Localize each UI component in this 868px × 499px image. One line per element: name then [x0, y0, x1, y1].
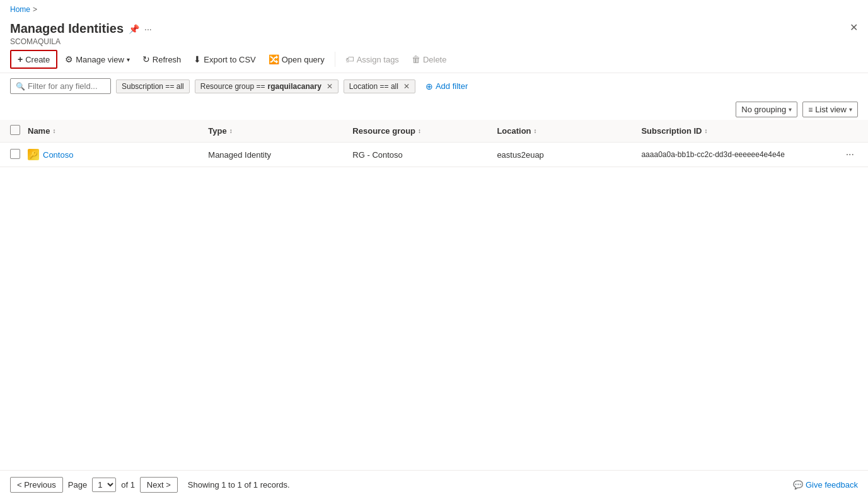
view-label: List view: [815, 105, 847, 114]
breadcrumb-home[interactable]: Home: [10, 5, 30, 14]
type-sort-icon: ↕: [229, 127, 233, 134]
header-sub-col: Subscription ID ↕: [641, 126, 858, 136]
open-query-label: Open query: [282, 55, 325, 64]
page-title: Managed Identities: [10, 21, 124, 36]
header-checkbox-col: [10, 125, 28, 137]
select-all-checkbox[interactable]: [10, 125, 20, 135]
row-rg-col: RG - Contoso: [352, 150, 497, 160]
filter-input[interactable]: [28, 81, 103, 91]
grouping-dropdown[interactable]: No grouping ▾: [736, 102, 797, 117]
header-name-col: Name ↕: [28, 126, 208, 136]
location-sort-icon: ↕: [534, 127, 537, 134]
row-sub-col: aaaa0a0a-bb1b-cc2c-dd3d-eeeeee4e4e4e ···: [641, 148, 858, 161]
name-sort-header[interactable]: Name ↕: [28, 126, 55, 136]
refresh-icon: ↻: [142, 54, 150, 64]
create-label: Create: [25, 55, 50, 64]
export-csv-label: Export to CSV: [204, 55, 255, 64]
table-row: 🔑 Contoso Managed Identity RG - Contoso …: [0, 143, 868, 167]
add-filter-label: Add filter: [436, 81, 468, 91]
breadcrumb-separator: >: [33, 5, 37, 14]
resource-group-filter-value: rgaquilacanary: [267, 82, 321, 91]
search-icon: 🔍: [16, 82, 25, 91]
header-rg-col: Resource group ↕: [352, 126, 497, 136]
assign-tags-label: Assign tags: [357, 55, 399, 64]
manage-view-label: Manage view: [76, 55, 124, 64]
assign-tags-button[interactable]: 🏷 Assign tags: [340, 51, 404, 68]
rg-sort-header[interactable]: Resource group ↕: [352, 126, 497, 136]
view-chevron-icon: ▾: [849, 106, 852, 113]
pin-icon[interactable]: 📌: [129, 24, 139, 34]
resource-group-filter-label: Resource group ==: [200, 82, 265, 91]
grouping-chevron-icon: ▾: [789, 106, 792, 113]
plus-icon: +: [18, 54, 23, 64]
open-query-button[interactable]: 🔀 Open query: [263, 51, 330, 68]
title-area: Managed Identities 📌 ··· SCOMAQUILA: [10, 21, 850, 46]
rg-sort-icon: ↕: [418, 127, 421, 134]
delete-icon: 🗑: [412, 54, 420, 64]
row-location-col: eastus2euap: [497, 150, 641, 160]
managed-identity-icon: 🔑: [28, 149, 39, 160]
filter-input-container[interactable]: 🔍: [10, 78, 111, 94]
filter-bar: 🔍 Subscription == all Resource group == …: [0, 73, 868, 99]
location-sort-header[interactable]: Location ↕: [497, 126, 641, 136]
table-header: Name ↕ Type ↕ Resource group ↕ Location …: [0, 120, 868, 143]
refresh-label: Refresh: [153, 55, 182, 64]
query-icon: 🔀: [269, 54, 279, 64]
resource-name-link[interactable]: Contoso: [43, 150, 73, 160]
view-dropdown[interactable]: ≡ List view ▾: [802, 102, 858, 117]
name-col-label: Name: [28, 126, 50, 136]
delete-button[interactable]: 🗑 Delete: [407, 51, 452, 68]
rg-col-label: Resource group: [352, 126, 415, 136]
export-csv-button[interactable]: ⬇ Export to CSV: [188, 51, 260, 68]
resource-location: eastus2euap: [497, 150, 543, 160]
row-type-col: Managed Identity: [208, 150, 352, 160]
resource-type: Managed Identity: [208, 150, 271, 160]
refresh-button[interactable]: ↻ Refresh: [137, 51, 187, 68]
header-location-col: Location ↕: [497, 126, 641, 136]
type-col-label: Type: [208, 126, 226, 136]
add-filter-icon: ⊕: [425, 81, 433, 91]
toolbar: + Create ⚙ Manage view ▾ ↻ Refresh ⬇ Exp…: [0, 46, 868, 73]
create-button[interactable]: + Create: [10, 50, 57, 69]
tag-icon: 🏷: [345, 54, 354, 64]
row-checkbox-col: [10, 149, 28, 161]
manage-view-icon: ⚙: [65, 54, 73, 64]
toolbar-separator: [335, 52, 335, 67]
location-filter-tag: Location == all ✕: [344, 79, 415, 93]
grouping-label: No grouping: [741, 105, 786, 114]
more-options-icon[interactable]: ···: [144, 24, 152, 34]
page-subtitle: SCOMAQUILA: [10, 37, 850, 46]
row-name-col: 🔑 Contoso: [28, 149, 208, 160]
close-button[interactable]: ✕: [850, 21, 858, 33]
row-checkbox[interactable]: [10, 149, 20, 159]
location-col-label: Location: [497, 126, 531, 136]
location-filter-label: Location == all: [349, 82, 398, 91]
export-icon: ⬇: [194, 54, 201, 64]
subscription-filter-tag: Subscription == all: [116, 79, 190, 93]
row-more-options-button[interactable]: ···: [842, 148, 858, 161]
name-sort-icon: ↕: [52, 127, 55, 134]
header-row: Managed Identities 📌 ··· SCOMAQUILA ✕: [0, 16, 868, 46]
list-view-icon: ≡: [808, 105, 813, 114]
subscription-filter-label: Subscription == all: [122, 82, 184, 91]
chevron-down-icon: ▾: [127, 56, 130, 63]
view-controls: No grouping ▾ ≡ List view ▾: [0, 99, 868, 120]
header-type-col: Type ↕: [208, 126, 352, 136]
add-filter-button[interactable]: ⊕ Add filter: [420, 79, 473, 94]
location-filter-close[interactable]: ✕: [403, 82, 410, 91]
sub-sort-icon: ↕: [705, 127, 708, 134]
breadcrumb: Home >: [0, 0, 868, 16]
sub-col-label: Subscription ID: [641, 126, 702, 136]
subscription-id: aaaa0a0a-bb1b-cc2c-dd3d-eeeeee4e4e4e: [641, 150, 785, 159]
resource-group-filter-close[interactable]: ✕: [327, 82, 333, 91]
delete-label: Delete: [423, 55, 447, 64]
resource-group: RG - Contoso: [352, 150, 402, 160]
resource-group-filter-tag: Resource group == rgaquilacanary ✕: [195, 79, 339, 93]
type-sort-header[interactable]: Type ↕: [208, 126, 352, 136]
sub-sort-header[interactable]: Subscription ID ↕: [641, 126, 707, 136]
manage-view-button[interactable]: ⚙ Manage view ▾: [60, 51, 135, 68]
